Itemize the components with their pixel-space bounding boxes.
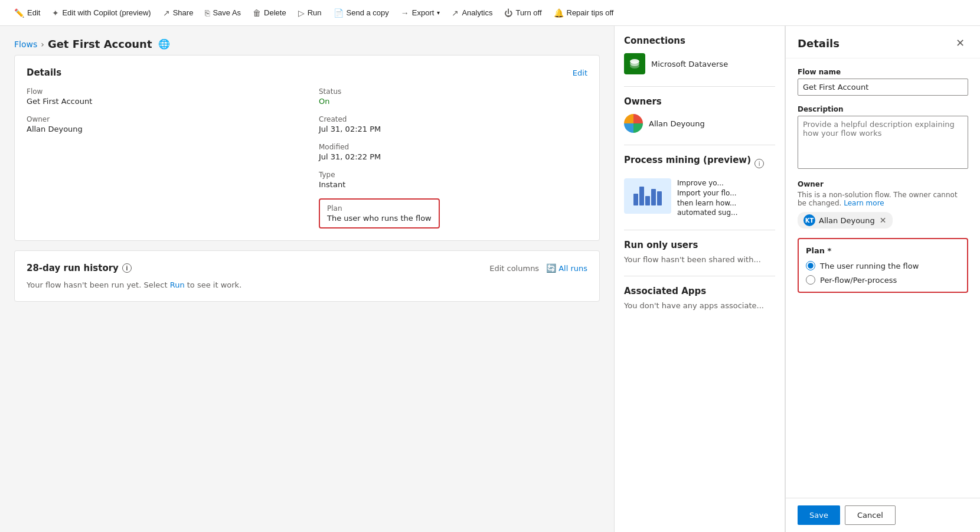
run-only-users-title: Run only users <box>624 240 775 250</box>
mining-preview-image <box>624 178 671 214</box>
bar-5 <box>657 191 662 205</box>
status-detail: Status On <box>319 87 587 106</box>
save-button[interactable]: Save <box>798 505 840 525</box>
plan-radio-2[interactable] <box>806 275 815 285</box>
details-grid: Flow Get First Account Owner Allan Deyou… <box>27 87 587 229</box>
refresh-icon: 🔄 <box>546 263 556 273</box>
edit-columns-link[interactable]: Edit columns <box>489 264 539 273</box>
type-value: Instant <box>319 180 587 189</box>
associated-apps-empty: You don't have any apps associate... <box>624 301 775 310</box>
edit-copilot-button[interactable]: ✦ Edit with Copilot (preview) <box>47 6 155 20</box>
run-button[interactable]: ▷ Run <box>293 6 326 20</box>
owner-tag-avatar: KT <box>803 214 815 226</box>
power-icon: ⏻ <box>504 8 512 18</box>
owner-avatar <box>624 114 643 133</box>
flow-detail: Flow Get First Account <box>27 87 295 106</box>
created-label: Created <box>319 115 587 123</box>
save-as-button[interactable]: ⎘ Save As <box>200 6 246 20</box>
analytics-icon: ↗ <box>452 8 459 18</box>
bar-3 <box>645 196 650 205</box>
main-layout: Flows › Get First Account 🌐 Details Edit… <box>0 26 980 532</box>
description-textarea[interactable] <box>798 116 968 169</box>
details-card-header: Details Edit <box>27 67 587 78</box>
middle-panel: Connections Microsoft Dataverse Owners A… <box>614 26 785 532</box>
connections-section: Connections Microsoft Dataverse <box>624 35 775 74</box>
associated-apps-section: Associated Apps You don't have any apps … <box>624 286 775 310</box>
owner-name: Allan Deyoung <box>649 119 705 128</box>
run-only-users-empty: Your flow hasn't been shared with... <box>624 255 775 264</box>
run-history-card: 28-day run history i Edit columns 🔄 All … <box>14 250 600 302</box>
edit-icon: ✏️ <box>14 8 24 18</box>
mini-chart <box>631 184 664 208</box>
right-panel-footer: Save Cancel <box>786 498 980 532</box>
improve-text: Improve yo... <box>677 179 724 187</box>
owner-tag-remove[interactable]: ✕ <box>880 216 887 225</box>
owners-section: Owners Allan Deyoung <box>624 96 775 133</box>
run-history-title: 28-day run history i <box>27 263 132 273</box>
breadcrumb-flows-link[interactable]: Flows <box>14 40 37 49</box>
connection-name: Microsoft Dataverse <box>651 60 728 68</box>
globe-icon[interactable]: 🌐 <box>158 38 170 50</box>
delete-button[interactable]: 🗑 Delete <box>248 6 291 20</box>
owner-section: Owner This is a non-solution flow. The o… <box>798 180 968 229</box>
plan-option-2: Per-flow/Per-process <box>806 275 960 285</box>
breadcrumb-current: Get First Account <box>48 38 152 50</box>
right-panel: Details ✕ Flow name Description Owner Th… <box>785 26 980 532</box>
flow-label: Flow <box>27 87 295 96</box>
send-copy-icon: 📄 <box>334 8 344 18</box>
flow-name-field-group: Flow name <box>798 68 968 96</box>
owners-title: Owners <box>624 96 775 107</box>
plan-radio-1[interactable] <box>806 261 815 270</box>
learn-more-link[interactable]: Learn more <box>844 199 884 207</box>
breadcrumb-separator: › <box>41 40 44 49</box>
bell-icon: 🔔 <box>554 8 564 18</box>
description-field-group: Description <box>798 105 968 171</box>
export-icon: → <box>401 8 409 18</box>
automated-text: automated sug... <box>677 208 738 217</box>
run-link[interactable]: Run <box>170 280 185 289</box>
bar-4 <box>651 189 656 205</box>
flow-name-input[interactable] <box>798 79 968 96</box>
svg-point-2 <box>630 64 639 68</box>
delete-icon: 🗑 <box>253 8 261 18</box>
created-value: Jul 31, 02:21 PM <box>319 125 587 133</box>
flow-name-label: Flow name <box>798 68 968 76</box>
process-mining-info-icon[interactable]: i <box>754 159 764 168</box>
copilot-icon: ✦ <box>52 8 59 18</box>
toolbar: ✏️ Edit ✦ Edit with Copilot (preview) ↗ … <box>0 0 980 26</box>
share-button[interactable]: ↗ Share <box>158 6 198 20</box>
bar-1 <box>633 194 638 205</box>
process-mining-text: Improve yo... Import your flo... then le… <box>677 178 738 218</box>
process-mining-section: Process mining (preview) i Improve yo...… <box>624 155 775 218</box>
all-runs-link[interactable]: 🔄 All runs <box>546 263 587 273</box>
modified-value: Jul 31, 02:22 PM <box>319 152 587 161</box>
run-history-empty: Your flow hasn't been run yet. Select Ru… <box>27 280 587 289</box>
plan-section: Plan * The user running the flow Per-flo… <box>798 238 968 293</box>
plan-value: The user who runs the flow <box>327 214 432 223</box>
status-value: On <box>319 97 587 106</box>
turn-off-button[interactable]: ⏻ Turn off <box>499 6 546 20</box>
details-edit-link[interactable]: Edit <box>573 68 587 77</box>
connection-item: Microsoft Dataverse <box>624 53 775 74</box>
run-history-info-icon[interactable]: i <box>122 263 132 273</box>
owner-note: This is a non-solution flow. The owner c… <box>798 191 968 207</box>
run-icon: ▷ <box>298 8 305 18</box>
analytics-button[interactable]: ↗ Analytics <box>447 6 497 20</box>
cancel-button[interactable]: Cancel <box>845 505 896 525</box>
export-chevron: ▾ <box>437 9 440 16</box>
export-button[interactable]: → Export ▾ <box>396 6 445 20</box>
dataverse-icon <box>624 53 645 74</box>
process-mining-card: Improve yo... Import your flo... then le… <box>624 178 775 218</box>
owner-item: Allan Deyoung <box>624 114 775 133</box>
run-history-header: 28-day run history i Edit columns 🔄 All … <box>27 263 587 273</box>
right-panel-header: Details ✕ <box>786 26 980 58</box>
close-button[interactable]: ✕ <box>952 35 968 51</box>
owner-section-title: Owner <box>798 180 968 188</box>
send-copy-button[interactable]: 📄 Send a copy <box>329 6 394 20</box>
edit-button[interactable]: ✏️ Edit <box>9 6 45 20</box>
repair-tips-button[interactable]: 🔔 Repair tips off <box>549 6 619 20</box>
connections-title: Connections <box>624 35 775 46</box>
share-icon: ↗ <box>163 8 170 18</box>
process-mining-title: Process mining (preview) <box>624 155 751 165</box>
plan-label: Plan <box>327 204 432 213</box>
